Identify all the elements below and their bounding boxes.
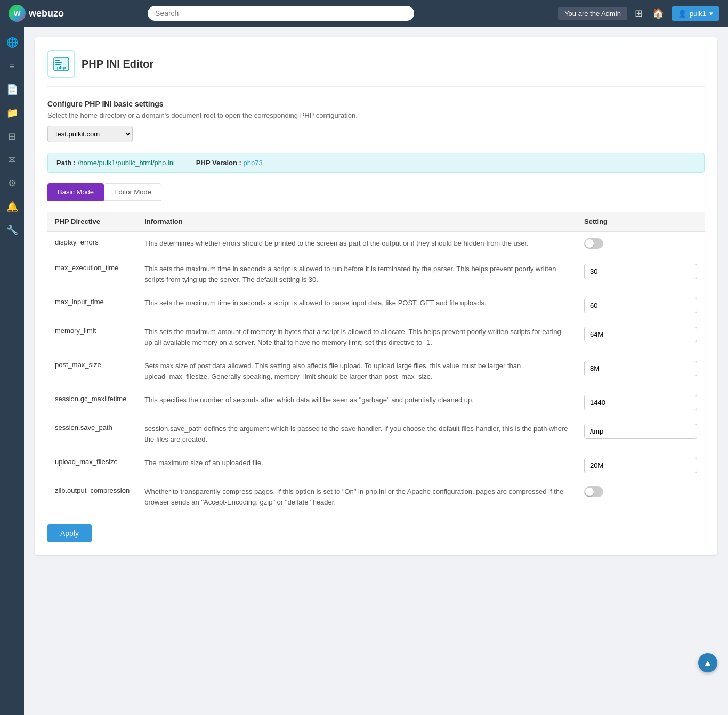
- php-version-value: php73: [244, 159, 263, 167]
- sidebar-item-layers[interactable]: ≡: [2, 55, 23, 77]
- php-directives-table: PHP Directive Information Setting displa…: [47, 212, 705, 514]
- search-container: [148, 6, 414, 21]
- page-title: PHP INI Editor: [82, 58, 153, 70]
- table-row: display_errorsThis determines whether er…: [47, 231, 705, 257]
- info-cell: This sets the maximum time in seconds a …: [137, 291, 577, 320]
- sidebar-item-mail[interactable]: ✉: [2, 149, 23, 170]
- user-icon: 👤: [678, 10, 686, 18]
- table-row: max_input_timeThis sets the maximum time…: [47, 291, 705, 320]
- col-header-info: Information: [137, 212, 577, 231]
- user-menu-btn[interactable]: 👤 pulk1 ▾: [672, 6, 719, 21]
- logo-icon: W: [9, 5, 26, 22]
- page-header: php PHP INI Editor: [47, 50, 705, 87]
- home-icon-btn[interactable]: 🏠: [650, 5, 666, 21]
- main-content: php PHP INI Editor Configure PHP INI bas…: [24, 27, 728, 715]
- input-session.save_path[interactable]: [584, 424, 697, 439]
- sidebar-item-grid[interactable]: ⊞: [2, 126, 23, 147]
- input-max_execution_time[interactable]: [584, 264, 697, 279]
- table-row: session.save_pathsession.save_path defin…: [47, 417, 705, 451]
- directive-cell: session.save_path: [47, 417, 137, 451]
- tab-editor-mode[interactable]: Editor Mode: [104, 183, 161, 201]
- search-input[interactable]: [148, 6, 414, 21]
- directive-cell: max_execution_time: [47, 257, 137, 291]
- input-memory_limit[interactable]: [584, 327, 697, 342]
- path-value: /home/pulk1/public_html/php.ini: [78, 159, 175, 167]
- sidebar-item-file[interactable]: 📄: [2, 79, 23, 100]
- sidebar: 🌐 ≡ 📄 📁 ⊞ ✉ ⚙ 🔔 🔧: [0, 27, 24, 715]
- sidebar-item-folder[interactable]: 📁: [2, 102, 23, 124]
- logo-text: webuzo: [29, 8, 64, 19]
- table-row: post_max_sizeSets max size of post data …: [47, 354, 705, 388]
- directive-cell: display_errors: [47, 231, 137, 257]
- setting-cell: [577, 480, 705, 514]
- navbar: W webuzo You are the Admin ⊞ 🏠 👤 pulk1 ▾: [0, 0, 728, 27]
- setting-cell: [577, 320, 705, 354]
- logo[interactable]: W webuzo: [9, 5, 72, 22]
- toggle-thumb: [585, 488, 594, 496]
- setting-cell: [577, 257, 705, 291]
- directive-cell: memory_limit: [47, 320, 137, 354]
- toggle-display_errors[interactable]: [584, 238, 603, 249]
- table-row: upload_max_filesizeThe maximum size of a…: [47, 451, 705, 480]
- info-cell: session.save_path defines the argument w…: [137, 417, 577, 451]
- info-cell: Whether to transparently compress pages.…: [137, 480, 577, 514]
- admin-badge: You are the Admin: [558, 7, 627, 20]
- php-ini-icon: php: [47, 50, 75, 78]
- input-upload_max_filesize[interactable]: [584, 458, 697, 473]
- table-row: max_execution_timeThis sets the maximum …: [47, 257, 705, 291]
- setting-cell: [577, 291, 705, 320]
- table-row: memory_limitThis sets the maximum amount…: [47, 320, 705, 354]
- col-header-directive: PHP Directive: [47, 212, 137, 231]
- svg-rect-1: [55, 60, 60, 61]
- toggle-thumb: [585, 239, 594, 248]
- path-section: Path : /home/pulk1/public_html/php.ini: [56, 159, 175, 167]
- navbar-right: You are the Admin ⊞ 🏠 👤 pulk1 ▾: [558, 5, 719, 21]
- info-cell: This determines whether errors should be…: [137, 231, 577, 257]
- scroll-to-top[interactable]: ▲: [698, 653, 717, 672]
- table-header-row: PHP Directive Information Setting: [47, 212, 705, 231]
- info-cell: This sets the maximum time in seconds a …: [137, 257, 577, 291]
- setting-cell: [577, 451, 705, 480]
- tab-basic-mode[interactable]: Basic Mode: [47, 183, 104, 201]
- input-post_max_size[interactable]: [584, 361, 697, 376]
- section-title: Configure PHP INI basic settings: [47, 100, 705, 108]
- mode-tabs: Basic Mode Editor Mode: [47, 183, 705, 201]
- svg-rect-2: [55, 62, 62, 63]
- directive-cell: session.gc_maxlifetime: [47, 388, 137, 417]
- sidebar-item-wrench[interactable]: 🔧: [2, 220, 23, 241]
- user-label: pulk1: [690, 10, 706, 18]
- table-row: session.gc_maxlifetimeThis specifies the…: [47, 388, 705, 417]
- input-max_input_time[interactable]: [584, 298, 697, 313]
- php-version-label: PHP Version :: [196, 159, 241, 167]
- setting-cell: [577, 388, 705, 417]
- content-card: php PHP INI Editor Configure PHP INI bas…: [35, 37, 717, 555]
- info-cell: This specifies the number of seconds aft…: [137, 388, 577, 417]
- setting-cell: [577, 231, 705, 257]
- info-cell: This sets the maximum amount of memory i…: [137, 320, 577, 354]
- directive-cell: zlib.output_compression: [47, 480, 137, 514]
- setting-cell: [577, 417, 705, 451]
- info-cell: Sets max size of post data allowed. This…: [137, 354, 577, 388]
- directive-cell: post_max_size: [47, 354, 137, 388]
- toggle-track: [584, 238, 603, 249]
- sidebar-item-globe[interactable]: 🌐: [2, 32, 23, 53]
- toggle-track: [584, 486, 603, 497]
- wordpress-icon-btn[interactable]: ⊞: [633, 5, 645, 21]
- section-desc: Select the home directory or a domain's …: [47, 111, 705, 119]
- directive-cell: upload_max_filesize: [47, 451, 137, 480]
- path-info-bar: Path : /home/pulk1/public_html/php.ini P…: [47, 153, 705, 173]
- sidebar-item-bell[interactable]: 🔔: [2, 196, 23, 217]
- chevron-down-icon: ▾: [709, 10, 713, 18]
- apply-button[interactable]: Apply: [47, 524, 92, 542]
- info-cell: The maximum size of an uploaded file.: [137, 451, 577, 480]
- svg-text:php: php: [57, 65, 66, 70]
- path-label: Path :: [56, 159, 76, 167]
- domain-select[interactable]: test.pulkit.com: [47, 126, 133, 142]
- directive-cell: max_input_time: [47, 291, 137, 320]
- php-version-section: PHP Version : php73: [196, 159, 263, 167]
- table-row: zlib.output_compressionWhether to transp…: [47, 480, 705, 514]
- col-header-setting: Setting: [577, 212, 705, 231]
- toggle-zlib.output_compression[interactable]: [584, 486, 603, 497]
- input-session.gc_maxlifetime[interactable]: [584, 395, 697, 410]
- sidebar-item-gear[interactable]: ⚙: [2, 173, 23, 194]
